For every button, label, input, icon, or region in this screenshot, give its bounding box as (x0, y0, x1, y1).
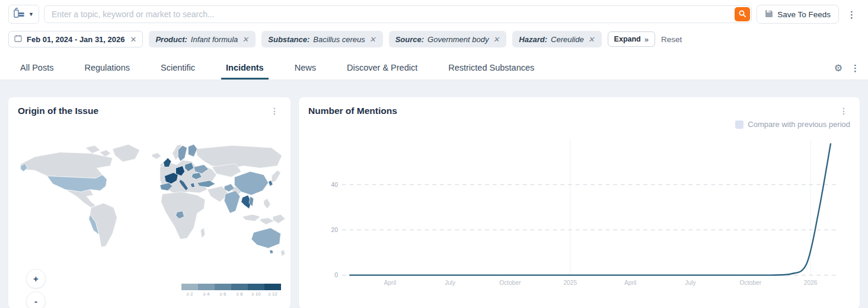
svg-text:2026: 2026 (804, 280, 818, 286)
svg-text:40: 40 (331, 182, 338, 188)
origin-of-issue-card: Origin of the Issue ⋮ (8, 97, 291, 308)
map-landmass (65, 189, 95, 207)
search-button[interactable] (735, 7, 750, 21)
legend-color-cell (231, 284, 248, 290)
save-icon (765, 9, 773, 20)
topbar-overflow-menu-icon[interactable]: ⋮ (844, 8, 860, 21)
map-legend: ≥ 2≥ 4≥ 6≥ 8≥ 10≥ 12 (181, 284, 281, 297)
expand-label: Expand (614, 35, 641, 43)
save-to-feeds-button[interactable]: Save To Feeds (757, 5, 839, 24)
compare-checkbox-label: Compare with previous period (748, 120, 850, 129)
filter-chip-substance[interactable]: Substance:Bacillus cereus✕ (261, 31, 382, 47)
dashboard-content: Origin of the Issue ⋮ (0, 80, 868, 308)
filter-chip-hazard[interactable]: Hazard:Cereulide✕ (512, 31, 601, 47)
filter-chip-value: Cereulide (551, 35, 584, 44)
search-bar (44, 5, 752, 23)
svg-text:October: October (740, 280, 762, 286)
map-landmass (196, 145, 282, 169)
legend-threshold-label: ≥ 2 (181, 290, 198, 297)
tab-discover-predict[interactable]: Discover & Predict (342, 59, 422, 80)
legend-color-cell (248, 284, 264, 290)
map-region-tasmania[interactable] (269, 250, 273, 254)
remove-filter-icon[interactable]: ✕ (588, 35, 595, 44)
map-landmass (242, 214, 260, 221)
map-region-australia[interactable] (251, 228, 280, 248)
world-map[interactable]: ≥ 2≥ 4≥ 6≥ 8≥ 10≥ 12 + - (18, 133, 281, 308)
filter-chip-source[interactable]: Source:Government body✕ (389, 31, 507, 47)
svg-text:October: October (499, 280, 521, 286)
map-card-title: Origin of the Issue (18, 106, 98, 116)
map-region-united-states[interactable] (47, 175, 107, 192)
svg-text:20: 20 (331, 227, 338, 233)
tab-news[interactable]: News (290, 59, 321, 80)
filter-chip-product[interactable]: Product:Infant formula✕ (149, 31, 256, 47)
choropleth-map-svg[interactable] (18, 133, 286, 266)
legend-threshold-label: ≥ 4 (198, 290, 215, 297)
expand-filters-button[interactable]: Expand » (608, 31, 655, 47)
chart-card-title: Number of Mentions (308, 106, 397, 116)
map-zoom-out-button[interactable]: - (26, 291, 46, 308)
number-of-mentions-card: Number of Mentions ⋮ Compare with previo… (299, 97, 860, 308)
svg-text:2025: 2025 (563, 280, 577, 286)
map-zoom-in-button[interactable]: + (26, 269, 46, 288)
legend-threshold-label: ≥ 10 (248, 290, 264, 297)
reset-filters-button[interactable]: Reset (661, 35, 682, 44)
save-to-feeds-label: Save To Feeds (777, 10, 831, 19)
map-landmass (273, 214, 285, 223)
tab-all-posts[interactable]: All Posts (15, 59, 58, 80)
map-landmass (272, 170, 280, 183)
map-region-finland[interactable] (188, 144, 197, 157)
tab-incidents[interactable]: Incidents (221, 59, 269, 80)
legend-threshold-label: ≥ 12 (264, 290, 281, 297)
chart-card-menu-icon[interactable]: ⋮ (837, 106, 850, 116)
legend-color-cell (264, 284, 281, 290)
map-landmass (200, 228, 205, 238)
date-range-filter[interactable]: Feb 01, 2024 - Jan 31, 2026 ✕ (8, 31, 143, 47)
filter-chip-label: Product: (155, 35, 187, 44)
top-search-bar: ▼ Save To Feeds ⋮ (0, 0, 868, 27)
search-input[interactable] (44, 5, 752, 23)
filter-chip-value: Infant formula (191, 35, 238, 44)
tab-scientific[interactable]: Scientific (156, 59, 200, 80)
tab-regulations[interactable]: Regulations (79, 59, 135, 80)
legend-color-cell (215, 284, 231, 290)
map-landmass (85, 145, 100, 153)
filter-bar: Feb 01, 2024 - Jan 31, 2026 ✕ Product:In… (0, 27, 868, 53)
chevron-down-icon: ▼ (28, 11, 34, 17)
map-landmass (21, 153, 113, 179)
filter-chip-label: Source: (395, 35, 424, 44)
legend-threshold-label: ≥ 6 (215, 290, 231, 297)
svg-text:0: 0 (334, 272, 338, 278)
remove-filter-icon[interactable]: ✕ (241, 35, 249, 44)
filter-chip-label: Substance: (268, 35, 309, 44)
svg-text:July: July (445, 280, 456, 286)
tabs: All PostsRegulationsScientificIncidentsN… (15, 59, 834, 80)
filter-chip-label: Hazard: (519, 35, 547, 44)
svg-text:April: April (624, 280, 637, 286)
tabbar-overflow-menu-icon[interactable]: ⋮ (851, 63, 860, 74)
svg-text:April: April (384, 280, 397, 286)
legend-color-cell (181, 284, 198, 290)
clear-date-filter-icon[interactable]: ✕ (130, 35, 138, 44)
double-chevron-right-icon: » (644, 35, 649, 44)
app-menu-dropdown[interactable]: ▼ (8, 5, 39, 24)
filter-chip-value: Government body (427, 35, 489, 44)
search-icon (738, 9, 746, 20)
mentions-line-chart[interactable]: 02040AprilJulyOctober2025AprilJulyOctobe… (308, 131, 850, 297)
date-range-text: Feb 01, 2024 - Jan 31, 2026 (27, 35, 125, 44)
tab-restricted-substances[interactable]: Restricted Substances (443, 59, 539, 80)
remove-filter-icon[interactable]: ✕ (369, 35, 376, 44)
map-landmass (260, 218, 274, 224)
map-landmass (280, 249, 285, 256)
remove-filter-icon[interactable]: ✕ (492, 35, 500, 44)
map-card-menu-icon[interactable]: ⋮ (268, 106, 281, 116)
calendar-icon (14, 34, 22, 44)
map-region-india[interactable] (224, 190, 240, 213)
filter-chips: Product:Infant formula✕Substance:Bacillu… (149, 31, 601, 47)
legend-color-cell (198, 284, 215, 290)
food-menu-icon (14, 8, 25, 21)
compare-checkbox[interactable] (735, 120, 743, 129)
settings-gear-icon[interactable]: ⚙ (834, 63, 843, 73)
svg-text:July: July (685, 280, 696, 286)
tab-bar: All PostsRegulationsScientificIncidentsN… (0, 53, 868, 80)
